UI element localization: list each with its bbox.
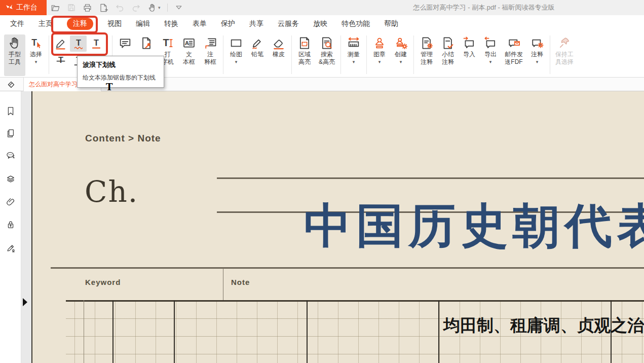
redo-icon[interactable]	[131, 3, 141, 13]
save-icon[interactable]	[67, 3, 76, 12]
comments-panel-icon[interactable]	[6, 151, 16, 161]
new-page-icon[interactable]	[99, 3, 108, 13]
table-line	[112, 300, 113, 363]
table-line	[307, 300, 308, 363]
hand-caret-icon: ▾	[158, 5, 161, 10]
ribbon-divider	[223, 35, 223, 74]
svg-text:T: T	[31, 38, 37, 48]
table-line	[438, 300, 439, 363]
menu-present[interactable]: 放映	[313, 19, 327, 28]
svg-text:A: A	[185, 40, 190, 46]
bubble-mail-icon	[507, 36, 521, 50]
print-icon[interactable]	[83, 3, 92, 13]
ribbon-divider	[413, 35, 414, 74]
page-thumbnails-icon[interactable]	[6, 128, 16, 138]
keep-tool-selected-button: 保持工 具选择	[552, 34, 577, 67]
menu-edit[interactable]: 编辑	[136, 19, 150, 28]
menu-cloud[interactable]: 云服务	[278, 19, 299, 28]
comments-settings-button[interactable]: 注释	[526, 34, 548, 65]
column-divider-line	[223, 268, 223, 300]
undo-icon[interactable]	[115, 3, 125, 13]
select-tool-button[interactable]: T 选择	[25, 34, 47, 65]
squiggly-underline-icon[interactable]: T	[70, 35, 87, 52]
hand-pointer-dropdown[interactable]: ▾	[147, 3, 161, 13]
column-header-note: Note	[231, 278, 250, 286]
pencil-button[interactable]: 铅笔	[247, 34, 268, 59]
main-area: Content > Note Ch. 中国历史朝代表 Keyword Note …	[0, 91, 644, 363]
highlight-icon[interactable]	[52, 35, 69, 52]
text-markup-cursor-icon: T	[106, 82, 112, 92]
stamp-gear-icon	[394, 36, 408, 50]
workspace-button[interactable]: 工作台	[0, 0, 47, 15]
svg-text:T: T	[94, 38, 99, 47]
search-highlight-button[interactable]: 搜索 &高亮	[315, 34, 338, 67]
attachments-icon[interactable]	[6, 197, 16, 207]
tooltip-description: 给文本添加锯齿形的下划线	[83, 74, 159, 82]
typewriter-icon: T	[161, 36, 175, 50]
export-comments-button[interactable]: 导出	[480, 34, 501, 65]
area-highlight-button[interactable]: 区域 高亮	[294, 34, 315, 67]
menu-comment-active[interactable]: 注释	[67, 18, 93, 30]
stamp-button[interactable]: 图章	[369, 34, 390, 65]
table-line	[84, 300, 84, 363]
foxit-logo-icon	[5, 4, 13, 12]
file-pin-icon	[139, 36, 154, 50]
qat-divider	[167, 4, 168, 12]
menu-convert[interactable]: 转换	[164, 19, 178, 28]
pdf-page[interactable]: Content > Note Ch. 中国历史朝代表 Keyword Note …	[31, 91, 644, 363]
title-bar: 工作台 ▾ 怎么面对高中学习 - 副本.pdf - 福昕阅读器专业版	[0, 0, 644, 15]
panel-gutter	[21, 91, 31, 363]
foxit-reader-window: 工作台 ▾ 怎么面对高中学习 - 副本.pdf - 福昕阅读器专业版 文件 主页…	[0, 0, 644, 363]
annotation-eraser-icon[interactable]	[6, 79, 16, 90]
rectangle-icon	[229, 36, 243, 50]
open-folder-icon[interactable]	[51, 3, 60, 13]
hand-tool-button[interactable]: 手型 工具	[4, 34, 25, 76]
manage-comments-button[interactable]: 管理 注释	[416, 34, 437, 67]
drawing-button[interactable]: 绘图	[225, 34, 247, 65]
pushpin-icon	[557, 36, 572, 50]
menu-home[interactable]: 主页	[39, 19, 53, 28]
bubble-export-icon	[483, 36, 498, 50]
document-title: 中国历史朝代表	[304, 194, 644, 258]
eraser-button[interactable]: 橡皮	[268, 34, 289, 59]
file-attachment-button[interactable]	[136, 34, 157, 52]
create-stamp-button[interactable]: 创建	[390, 34, 411, 65]
menu-view[interactable]: 视图	[107, 19, 122, 28]
import-comments-button[interactable]: 导入	[459, 34, 480, 59]
panel-expand-handle-icon[interactable]	[23, 298, 27, 306]
ribbon-divider	[550, 35, 550, 74]
svg-text:T: T	[163, 37, 169, 48]
menu-file[interactable]: 文件	[10, 19, 24, 28]
menu-share[interactable]: 共享	[249, 19, 263, 28]
area-highlight-icon	[297, 36, 312, 50]
textbox-icon: A	[182, 36, 196, 50]
underline-icon[interactable]: T	[88, 35, 104, 52]
layers-icon[interactable]	[6, 174, 16, 184]
tooltip-title: 波浪下划线	[83, 60, 159, 69]
quick-access-toolbar: ▾	[51, 0, 183, 15]
callout-button[interactable]: 注 释框	[200, 34, 221, 67]
customize-toolbar-icon[interactable]	[174, 3, 183, 12]
menu-form[interactable]: 表单	[193, 19, 207, 28]
horizontal-rule	[51, 267, 644, 269]
column-header-keyword: Keyword	[85, 278, 121, 286]
security-icon[interactable]	[6, 220, 16, 230]
chapter-label: Ch.	[85, 174, 138, 209]
search-highlight-icon	[320, 36, 334, 50]
page-gear-icon	[420, 36, 434, 50]
menu-protect[interactable]: 保护	[221, 19, 235, 28]
menu-help[interactable]: 帮助	[384, 19, 398, 28]
callout-icon	[203, 36, 217, 50]
pencil-icon	[250, 36, 264, 50]
signature-icon[interactable]	[6, 243, 16, 253]
note-text: 均田制、租庸调、贞观之治、	[443, 314, 644, 337]
summarize-comments-button[interactable]: 小结 注释	[437, 34, 459, 67]
measure-button[interactable]: 测量	[343, 34, 364, 65]
strikeout-icon[interactable]: T	[52, 53, 69, 69]
menu-features[interactable]: 特色功能	[342, 19, 370, 28]
textbox-button[interactable]: A 文 本框	[178, 34, 200, 67]
bookmark-icon[interactable]	[6, 106, 16, 116]
email-fdf-button[interactable]: 邮件发 送FDF	[501, 34, 526, 67]
note-comment-button[interactable]	[115, 34, 136, 52]
window-title: 怎么面对高中学习 - 副本.pdf - 福昕阅读器专业版	[324, 0, 643, 15]
